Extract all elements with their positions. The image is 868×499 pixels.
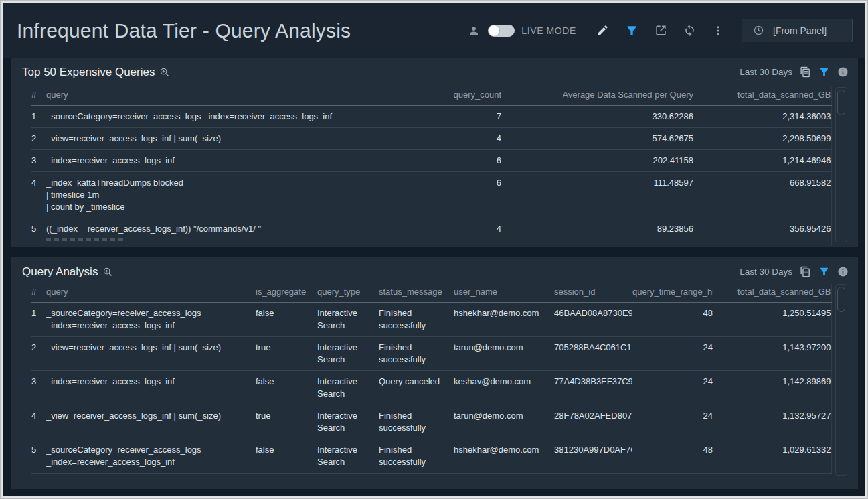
cell-query: _index=receiver_access_logs_inf: [46, 150, 421, 172]
copy-icon[interactable]: [800, 266, 811, 277]
table-row[interactable]: 5 _sourceCategory=receiver_access_logs _…: [31, 439, 831, 474]
cell-num: 1: [31, 106, 46, 128]
cell-total-scanned: 2,314.36003: [693, 106, 831, 128]
query-analysis-table: # query is_aggregate query_type status_m…: [31, 284, 832, 474]
table-row[interactable]: 5 ((_index = receiver_access_logs_inf)) …: [31, 218, 831, 246]
cell-user-name: tarun@demo.com: [454, 337, 554, 371]
col-header-query[interactable]: query: [46, 87, 421, 106]
cell-num: 5: [31, 218, 46, 246]
cell-query: _sourceCategory=receiver_access_logs _in…: [46, 439, 256, 474]
table-row[interactable]: 4 _view=receiver_access_logs_inf | sum(_…: [31, 405, 831, 439]
table-header-row: # query is_aggregate query_type status_m…: [31, 284, 831, 303]
edit-pencil-icon[interactable]: [596, 24, 609, 37]
filter-icon[interactable]: [625, 24, 638, 38]
zoom-in-icon[interactable]: [102, 267, 113, 277]
cell-query-type: Interactive Search: [317, 337, 379, 371]
toggle-knob: [489, 25, 499, 36]
panel-header: Top 50 Expensive Queries Last 30 Days: [11, 58, 858, 80]
cell-query-count: 6: [421, 150, 501, 172]
cell-user-name: tarun@demo.com: [454, 405, 554, 439]
filter-icon[interactable]: [818, 66, 830, 78]
clock-icon: [753, 25, 764, 36]
live-mode-toggle[interactable]: [488, 25, 515, 37]
col-header-total-scanned[interactable]: total_data_scanned_GB: [693, 87, 831, 106]
panel-time-range-label: Last 30 Days: [740, 267, 792, 277]
cell-query-type: Interactive Search: [317, 371, 379, 405]
time-range-picker[interactable]: [From Panel]: [742, 19, 853, 42]
cell-query-count: 4: [421, 218, 501, 246]
cell-num: 1: [31, 303, 46, 337]
cell-query: _view=receiver_access_logs_inf | sum(_si…: [46, 128, 421, 150]
cell-num: 2: [31, 337, 46, 371]
panel-time-range-label: Last 30 Days: [740, 67, 792, 77]
share-icon[interactable]: [655, 24, 667, 37]
col-header-query-type[interactable]: query_type: [317, 284, 379, 303]
cell-avg-scanned: 202.41158: [501, 150, 693, 172]
scrollbar-thumb[interactable]: [837, 287, 845, 312]
info-icon[interactable]: [837, 66, 849, 78]
cell-status-message: Finished successfully: [379, 337, 454, 371]
kebab-menu-icon[interactable]: [712, 25, 724, 37]
col-header-query-count[interactable]: query_count: [421, 87, 501, 106]
table-row[interactable]: 4 _index=kattaThreadDumps blocked | time…: [31, 172, 831, 218]
cell-query-count: 6: [421, 172, 501, 218]
table-row[interactable]: 2 _view=receiver_access_logs_inf | sum(_…: [31, 128, 831, 150]
cell-status-message: Query canceled: [379, 371, 454, 405]
table-row[interactable]: 2 _view=receiver_access_logs_inf | sum(_…: [31, 337, 831, 371]
cell-session-id: 705288BA4C061C12: [554, 337, 632, 371]
cell-session-id: 381230A997D0AF7C: [554, 439, 632, 474]
col-header-num[interactable]: #: [31, 87, 46, 106]
col-header-query[interactable]: query: [46, 284, 256, 303]
cell-total-scanned: 1,029.61332: [713, 439, 831, 474]
cell-query-count: 4: [421, 128, 501, 150]
filter-icon[interactable]: [818, 266, 830, 277]
table-scrollbar[interactable]: [835, 284, 847, 476]
table-scrollbar[interactable]: [835, 87, 847, 242]
cell-is-aggregate: false: [256, 303, 317, 337]
copy-icon[interactable]: [800, 66, 811, 78]
col-header-status-message[interactable]: status_message: [379, 284, 454, 303]
cell-total-scanned: 2,298.50699: [693, 128, 831, 150]
user-icon[interactable]: [468, 25, 480, 37]
cell-session-id: 77A4D38B3EF37C96: [554, 371, 632, 405]
table-row[interactable]: 3 _index=receiver_access_logs_inf 6 202.…: [31, 150, 831, 172]
col-header-session-id[interactable]: session_id: [554, 284, 632, 303]
cell-range-hrs: 24: [632, 371, 713, 405]
expensive-queries-table: # query query_count Average Data Scanned…: [31, 87, 832, 246]
cell-range-hrs: 48: [632, 439, 713, 474]
cell-query: _view=receiver_access_logs_inf | sum(_si…: [46, 337, 256, 371]
cell-total-scanned: 1,132.95727: [713, 405, 831, 439]
cell-query: _index=kattaThreadDumps blocked | timesl…: [46, 172, 421, 218]
cell-is-aggregate: true: [256, 337, 317, 371]
zoom-in-icon[interactable]: [159, 67, 170, 78]
cell-user-name: keshav@demo.com: [454, 371, 554, 405]
cell-query: _sourceCategory=receiver_access_logs _in…: [46, 303, 256, 337]
refresh-icon[interactable]: [683, 24, 696, 37]
table-row[interactable]: 1 _sourceCategory=receiver_access_logs _…: [31, 303, 831, 337]
dashboard-header: Infrequent Data Tier - Query Analysis LI…: [3, 3, 865, 58]
cell-range-hrs: 24: [632, 405, 713, 439]
cell-is-aggregate: false: [256, 439, 317, 474]
cell-total-scanned: 1,214.46946: [693, 150, 831, 172]
cell-query: ((_index = receiver_access_logs_inf)) "/…: [46, 218, 421, 246]
col-header-avg-scanned[interactable]: Average Data Scanned per Query: [501, 87, 693, 106]
col-header-is-aggregate[interactable]: is_aggregate: [256, 284, 317, 303]
cell-num: 3: [31, 150, 46, 172]
col-header-user-name[interactable]: user_name: [454, 284, 554, 303]
col-header-num[interactable]: #: [31, 284, 46, 303]
table-row[interactable]: 1 _sourceCategory=receiver_access_logs _…: [31, 106, 831, 128]
col-header-total-scanned[interactable]: total_data_scanned_GB: [713, 284, 831, 303]
scrollbar-thumb[interactable]: [837, 90, 845, 115]
cell-total-scanned: 1,142.89869: [713, 371, 831, 405]
cell-status-message: Finished successfully: [379, 439, 454, 474]
info-icon[interactable]: [837, 266, 849, 277]
panel-header-controls: Last 30 Days: [740, 266, 849, 277]
page-title: Infrequent Data Tier - Query Analysis: [17, 19, 351, 42]
cell-num: 5: [31, 439, 46, 474]
cell-avg-scanned: 111.48597: [501, 172, 693, 218]
col-header-range-hrs[interactable]: query_time_range_hrs: [632, 284, 713, 303]
live-mode-label: LIVE MODE: [521, 25, 576, 36]
cell-user-name: hshekhar@demo.com: [454, 439, 554, 474]
cell-query: _index=receiver_access_logs_inf: [46, 371, 256, 405]
table-row[interactable]: 3 _index=receiver_access_logs_inf false …: [31, 371, 831, 405]
